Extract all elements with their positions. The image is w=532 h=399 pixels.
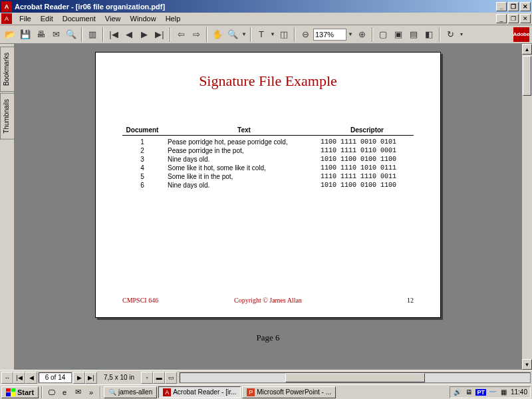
save-icon[interactable]: 💾 <box>18 27 33 42</box>
sidebar: Bookmarks Thumbnails <box>0 44 15 370</box>
slide-title: Signature File Example <box>122 72 414 90</box>
pdf-page: Signature File Example Document Text Des… <box>95 52 441 318</box>
titlebar: A Acrobat Reader - [ir06 file organizati… <box>0 0 532 13</box>
table-row: 2Pease porridge in the pot,1110 1111 011… <box>122 146 414 155</box>
first-page-icon[interactable]: |◀ <box>106 27 121 42</box>
start-button[interactable]: Start <box>1 386 39 398</box>
scroll-down-icon[interactable]: ▼ <box>522 359 532 370</box>
horizontal-scrollbar[interactable] <box>180 372 531 383</box>
text-select-icon[interactable]: T <box>254 27 269 42</box>
page-number-input[interactable] <box>39 372 72 383</box>
page-dimensions: 7,5 x 10 in <box>97 374 141 381</box>
menu-file[interactable]: File <box>15 13 36 24</box>
table-row: 4Some like it hot, some like it cold,110… <box>122 164 414 172</box>
rotate-icon[interactable]: ↻ <box>443 27 458 42</box>
table-row: 3Nine days old.1010 1100 0100 1100 <box>122 155 414 164</box>
search-icon: 🔍 <box>108 388 116 396</box>
menu-window[interactable]: Window <box>126 13 161 24</box>
slide-footer: CMPSCI 646 Copyright © James Allan 12 <box>122 297 414 304</box>
footer-slide-number: 12 <box>317 297 414 304</box>
close-button[interactable]: ✕ <box>520 2 531 11</box>
toolbar: 📂 💾 🖶 ✉ 🔍 ▥ |◀ ◀ ▶ ▶| ⇦ ⇨ ✋ 🔍 ▼ T ▼ ◫ ⊖ … <box>0 25 532 44</box>
scroll-thumb[interactable] <box>523 56 531 96</box>
zoom-input[interactable] <box>313 29 346 41</box>
status-last-icon[interactable]: ▶| <box>85 372 97 384</box>
menu-help[interactable]: Help <box>161 13 186 24</box>
workspace: Bookmarks Thumbnails Signature File Exam… <box>0 44 532 370</box>
doc-restore-button[interactable]: ❐ <box>508 14 519 23</box>
facing-icon[interactable]: ▭ <box>165 372 177 384</box>
tray-activity-icon[interactable]: 〰 <box>488 388 497 397</box>
footer-course: CMPSCI 646 <box>122 297 219 304</box>
doc-close-button[interactable]: ✕ <box>520 14 531 23</box>
menubar: A File Edit Document View Window Help _ … <box>0 13 532 25</box>
last-page-icon[interactable]: ▶| <box>152 27 167 42</box>
zoom-tool-icon[interactable]: 🔍 <box>225 27 240 42</box>
table-header-text: Text <box>162 126 321 134</box>
data-table: Document Text Descriptor 1Pease porridge… <box>122 126 414 190</box>
taskbar-item-explorer[interactable]: 🔍james-allen <box>104 386 157 398</box>
quicklaunch-more-icon[interactable]: » <box>85 386 97 398</box>
statusbar: ↔ |◀ ◀ ▶ ▶| 7,5 x 10 in ▫ ▬ ▭ <box>0 370 532 384</box>
menu-edit[interactable]: Edit <box>36 13 58 24</box>
doc-minimize-button[interactable]: _ <box>496 14 507 23</box>
clock[interactable]: 11:40 <box>511 388 527 396</box>
table-header-desc: Descriptor <box>321 126 414 134</box>
powerpoint-icon: P <box>247 388 255 396</box>
acrobat-icon: A <box>163 388 171 396</box>
maximize-button[interactable]: ❐ <box>508 2 519 11</box>
tray-volume-icon[interactable]: 🔊 <box>453 388 462 397</box>
acrobat-icon: A <box>1 1 12 12</box>
status-prev-icon[interactable]: ◀ <box>25 372 37 384</box>
open-icon[interactable]: 📂 <box>3 27 17 42</box>
table-row: 6Nine days old.1010 1100 0100 1100 <box>122 181 414 190</box>
adobe-logo-icon[interactable]: Adobe <box>513 27 529 42</box>
quicklaunch-desktop-icon[interactable]: 🖵 <box>45 386 57 398</box>
next-page-icon[interactable]: ▶ <box>137 27 152 42</box>
continuous-icon[interactable]: ▬ <box>153 372 165 384</box>
mail-icon[interactable]: ✉ <box>49 27 63 42</box>
menu-document[interactable]: Document <box>58 13 100 24</box>
table-row: 5Some like it in the pot,1110 1111 1110 … <box>122 172 414 181</box>
taskbar-item-powerpoint[interactable]: PMicrosoft PowerPoint - ... <box>242 386 336 398</box>
reflow-icon[interactable]: ◧ <box>422 27 436 42</box>
find-icon[interactable]: 🔍 <box>64 27 78 42</box>
single-page-icon[interactable]: ▫ <box>141 372 153 384</box>
menu-view[interactable]: View <box>100 13 126 24</box>
split-horizontal-icon[interactable]: ↔ <box>1 372 13 384</box>
status-next-icon[interactable]: ▶ <box>73 372 85 384</box>
show-nav-icon[interactable]: ▥ <box>85 27 100 42</box>
taskbar-item-acrobat[interactable]: AAcrobat Reader - [ir... <box>158 386 241 398</box>
dropdown-icon[interactable]: ▾ <box>458 27 465 42</box>
document-icon[interactable]: A <box>1 13 12 24</box>
hand-tool-icon[interactable]: ✋ <box>210 27 225 42</box>
language-indicator[interactable]: PT <box>475 389 486 396</box>
document-area: Signature File Example Document Text Des… <box>15 44 532 370</box>
quicklaunch-ie-icon[interactable]: e <box>59 386 70 398</box>
vertical-scrollbar[interactable]: ▲ ▼ <box>521 44 532 370</box>
quicklaunch-outlook-icon[interactable]: ✉ <box>72 386 84 398</box>
scroll-up-icon[interactable]: ▲ <box>522 44 532 55</box>
zoom-dropdown-icon[interactable]: ▼ <box>347 27 354 42</box>
tab-thumbnails[interactable]: Thumbnails <box>0 93 14 140</box>
back-icon[interactable]: ⇦ <box>174 27 188 42</box>
print-icon[interactable]: 🖶 <box>33 27 48 42</box>
hscroll-thumb[interactable] <box>285 373 425 382</box>
fit-page-icon[interactable]: ▣ <box>391 27 406 42</box>
fit-width-icon[interactable]: ▤ <box>406 27 421 42</box>
dropdown-icon[interactable]: ▼ <box>269 27 276 42</box>
table-row: 1Pease porridge hot, pease porridge cold… <box>122 138 414 146</box>
windows-logo-icon <box>6 388 15 396</box>
forward-icon[interactable]: ⇨ <box>189 27 203 42</box>
tray-display-icon[interactable]: 🖥 <box>464 388 473 397</box>
zoom-out-icon[interactable]: ⊖ <box>298 27 313 42</box>
minimize-button[interactable]: _ <box>496 2 507 11</box>
status-first-icon[interactable]: |◀ <box>13 372 25 384</box>
actual-size-icon[interactable]: ▢ <box>376 27 390 42</box>
tab-bookmarks[interactable]: Bookmarks <box>0 47 14 92</box>
zoom-in-icon[interactable]: ⊕ <box>354 27 369 42</box>
prev-page-icon[interactable]: ◀ <box>122 27 136 42</box>
dropdown-icon[interactable]: ▼ <box>241 27 247 42</box>
tray-app-icon[interactable]: ▦ <box>499 388 509 397</box>
graphic-select-icon[interactable]: ◫ <box>277 27 291 42</box>
